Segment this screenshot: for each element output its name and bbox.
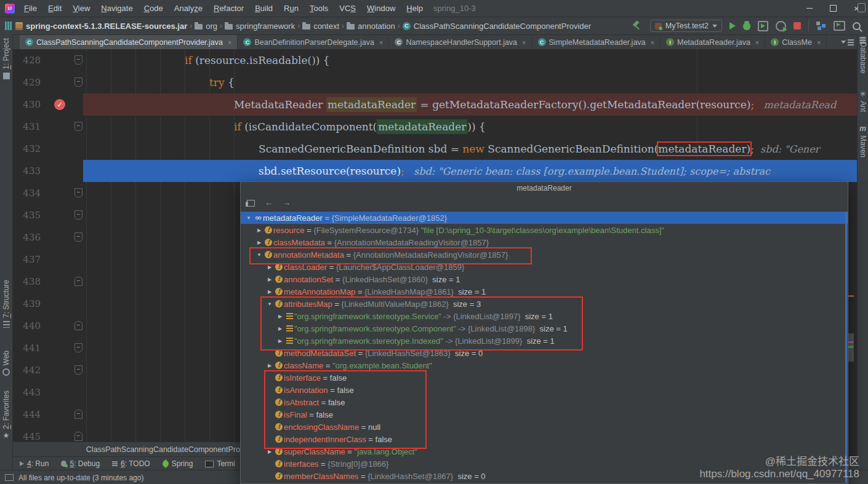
variable-row[interactable]: finterfaces = {String[0]@1866} [241, 458, 848, 470]
editor-tab[interactable]: CBeanDefinitionParserDelegate.java× [238, 35, 389, 49]
breadcrumb-item[interactable]: CClassPathScanningCandidateComponentProv… [403, 22, 591, 31]
back-arrow-icon[interactable]: ← [265, 199, 273, 207]
menu-item-analyze[interactable]: Analyze [169, 1, 208, 17]
fold-marker-icon[interactable]: − [74, 432, 82, 441]
menu-item-build[interactable]: Build [249, 1, 278, 17]
tool-stripe-structure[interactable]: 7: Structure [0, 280, 12, 328]
menu-item-navigate[interactable]: Navigate [95, 1, 138, 17]
variable-row[interactable]: ▶fannotationSet = {LinkedHashSet@1860} s… [241, 273, 848, 285]
line-number[interactable]: 437 [12, 248, 41, 271]
menu-item-tools[interactable]: Tools [304, 1, 334, 17]
view-options-icon[interactable] [247, 200, 255, 207]
fold-marker-icon[interactable]: − [74, 232, 82, 242]
editor-tab[interactable]: CNamespaceHandlerSupport.java× [389, 35, 532, 49]
collapsed-arrow-icon[interactable]: ▶ [265, 449, 274, 454]
build-hammer-icon[interactable] [632, 21, 643, 31]
line-number[interactable]: 434 [12, 182, 41, 204]
fold-marker-icon[interactable]: − [74, 277, 82, 286]
tab-close-icon[interactable]: × [228, 39, 231, 46]
code-line[interactable]: 432ScannedGenericBeanDefinition sbd = ne… [12, 138, 858, 160]
variable-row[interactable]: ▶fsuperClassName = "java.lang.Object" [241, 445, 848, 458]
scroll-indicator-icon[interactable] [858, 3, 866, 12]
preview-window-icon[interactable] [834, 21, 845, 31]
line-number[interactable]: 442 [12, 359, 41, 381]
collapsed-arrow-icon[interactable]: ▶ [255, 228, 263, 233]
menu-item-edit[interactable]: Edit [42, 1, 67, 17]
run-button[interactable] [729, 22, 736, 30]
tab-close-icon[interactable]: × [817, 39, 821, 46]
variable-row[interactable]: ▼oometadataReader = {SimpleMetadataReade… [241, 212, 848, 224]
menu-item-code[interactable]: Code [139, 1, 169, 17]
collapsed-arrow-icon[interactable]: ▶ [276, 338, 284, 344]
fold-marker-icon[interactable]: − [74, 55, 82, 65]
menu-item-help[interactable]: Help [401, 1, 428, 17]
line-number[interactable]: 445 [12, 426, 41, 448]
stop-button[interactable] [794, 22, 801, 30]
variable-row[interactable]: ▶fresource = {FileSystemResource@1734} "… [241, 224, 848, 236]
variable-row[interactable]: findependentInnerClass = false [241, 433, 848, 445]
popup-scrollbar[interactable] [845, 212, 847, 483]
collapsed-arrow-icon[interactable]: ▶ [276, 314, 284, 319]
variable-row[interactable]: fisInterface = false [241, 371, 848, 384]
variable-row[interactable]: ▶fclassName = "org.example.bean.Student" [241, 359, 848, 371]
editor-tab[interactable]: IClassMe× [765, 35, 827, 49]
tool-stripe-favorites[interactable]: 2: Favorites★ [0, 391, 12, 438]
breadcrumb-item[interactable]: springframework [225, 22, 295, 31]
menu-item-run[interactable]: Run [278, 1, 304, 17]
line-number[interactable]: 430 [12, 93, 41, 116]
toolwindow-button-todo[interactable]: 6: TODO [112, 459, 150, 468]
fold-marker-icon[interactable]: − [74, 77, 82, 87]
minimize-button[interactable] [798, 0, 821, 17]
expanded-arrow-icon[interactable]: ▼ [255, 252, 263, 258]
line-number[interactable]: 431 [12, 116, 41, 138]
tool-stripe-ant[interactable]: ✳Ant [858, 91, 868, 112]
line-number[interactable]: 444 [12, 403, 41, 426]
expanded-arrow-icon[interactable]: ▼ [244, 215, 253, 221]
editor-tab[interactable]: CClassPathScanningCandidateComponentProv… [20, 35, 238, 49]
tool-stripe-database[interactable]: Database [858, 37, 868, 73]
menu-item-vcs[interactable]: VCS [334, 1, 361, 17]
line-number[interactable]: 443 [12, 381, 41, 403]
variable-row[interactable]: ▼fattributesMap = {LinkedMultiValueMap@1… [241, 298, 848, 310]
fold-marker-icon[interactable]: − [74, 188, 82, 197]
variable-row[interactable]: ▶"org.springframework.stereotype.Indexed… [241, 335, 848, 347]
variable-row[interactable]: fisFinal = false [241, 408, 848, 421]
code-line[interactable]: 429−try { [12, 71, 858, 93]
tool-stripe-project[interactable]: 1: Project [0, 38, 12, 79]
collapsed-arrow-icon[interactable]: ▶ [265, 289, 274, 295]
toolwindow-button-spring[interactable]: Spring [163, 459, 193, 468]
project-structure-icon[interactable] [816, 22, 826, 30]
editor-tab[interactable]: IMetadataReader.java× [661, 35, 765, 49]
run-with-coverage-button[interactable] [758, 21, 768, 31]
menu-item-file[interactable]: File [18, 1, 42, 17]
fold-marker-icon[interactable]: − [74, 343, 82, 352]
variable-row[interactable]: fmethodMetadataSet = {LinkedHashSet@1863… [241, 347, 848, 359]
tab-close-icon[interactable]: × [379, 39, 383, 46]
popup-title[interactable]: metadataReader [241, 182, 848, 195]
toolwindow-button-termi[interactable]: Termi [205, 459, 235, 468]
search-everywhere-icon[interactable] [853, 22, 861, 30]
fold-marker-icon[interactable]: − [74, 210, 82, 220]
line-number[interactable]: 435 [12, 204, 41, 226]
variable-row[interactable]: fmemberClassNames = {LinkedHashSet@1867}… [241, 470, 848, 482]
tool-stripe-web[interactable]: Web [0, 351, 12, 376]
menu-item-refactor[interactable]: Refactor [208, 1, 249, 17]
collapsed-arrow-icon[interactable]: ▶ [265, 363, 274, 368]
variable-row[interactable]: ▶fclassLoader = {Launcher$AppClassLoader… [241, 261, 848, 273]
code-line[interactable]: 431−if (isCandidateComponent(metadataRea… [12, 116, 858, 138]
variable-row[interactable]: ▶"org.springframework.stereotype.Service… [241, 310, 848, 322]
code-line[interactable]: 433sbd.setResource(resource); sbd: "Gene… [12, 160, 858, 182]
toolwindow-toggle-icon[interactable] [5, 474, 14, 481]
breadcrumb-item[interactable]: annotation [347, 22, 395, 31]
collapsed-arrow-icon[interactable]: ▶ [276, 326, 284, 331]
forward-arrow-icon[interactable]: → [283, 199, 291, 207]
variable-row[interactable]: ▶fclassMetadata = {AnnotationMetadataRea… [241, 236, 848, 248]
collapsed-arrow-icon[interactable]: ▶ [265, 264, 274, 270]
tool-stripe-maven[interactable]: mMaven [858, 125, 868, 157]
line-number[interactable]: 433 [12, 160, 41, 182]
line-number[interactable]: 432 [12, 138, 41, 160]
line-number[interactable]: 429 [12, 71, 41, 93]
collapsed-arrow-icon[interactable]: ▶ [255, 240, 263, 245]
variable-row[interactable]: fenclosingClassName = null [241, 421, 848, 433]
debug-button[interactable] [743, 22, 750, 30]
